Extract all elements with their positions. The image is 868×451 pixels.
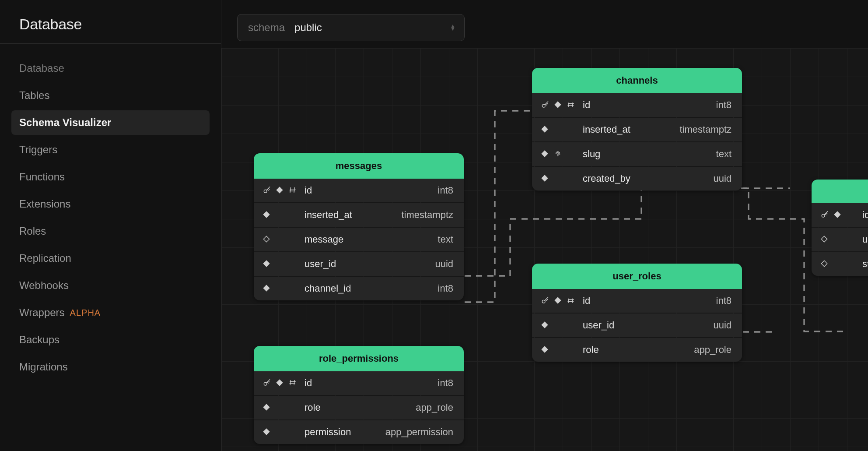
column-icons (262, 428, 304, 437)
sidebar-header: Database (0, 0, 221, 44)
sidebar-item-label: Webhooks (19, 279, 69, 292)
sidebar-item-schema-visualizer[interactable]: Schema Visualizer (11, 110, 210, 135)
svg-line-20 (568, 102, 569, 107)
svg-marker-24 (542, 126, 548, 132)
sidebar-item-replication[interactable]: Replication (11, 246, 210, 271)
schema-selector-value: public (294, 21, 322, 34)
sidebar-item-database[interactable]: Database (11, 56, 210, 81)
svg-marker-17 (263, 429, 270, 435)
column-row[interactable]: idint8 (532, 93, 742, 117)
hash-icon (289, 186, 298, 195)
key-icon (541, 296, 550, 305)
column-row[interactable]: inserted_attimestamptz (254, 203, 464, 227)
svg-marker-36 (834, 211, 840, 218)
column-row[interactable]: roleapp_role (532, 338, 742, 362)
column-name: id (583, 99, 716, 111)
column-type: timestamptz (679, 124, 732, 135)
table-header[interactable]: user_roles (532, 264, 742, 289)
chevron-up-down-icon: ▲▼ (450, 25, 455, 31)
table-node-role-permissions[interactable]: role_permissions idint8roleapp_rolepermi… (254, 346, 464, 444)
column-row[interactable]: id (812, 203, 868, 227)
diamond-icon (541, 150, 550, 159)
table-header[interactable]: messages (254, 153, 464, 179)
diamond-icon (541, 125, 550, 134)
svg-marker-33 (542, 322, 548, 328)
diamond-icon (276, 186, 284, 195)
sidebar-item-roles[interactable]: Roles (11, 219, 210, 243)
column-row[interactable]: inserted_attimestamptz (532, 118, 742, 141)
sidebar-item-extensions[interactable]: Extensions (11, 192, 210, 216)
column-row[interactable]: roleapp_role (254, 396, 464, 419)
column-type: int8 (716, 99, 732, 111)
column-icons (262, 284, 304, 293)
diamond-icon (262, 260, 271, 268)
column-row[interactable]: idint8 (254, 371, 464, 395)
diamond-icon (820, 260, 829, 268)
svg-marker-34 (542, 346, 548, 352)
svg-line-12 (290, 380, 291, 385)
sidebar-item-functions[interactable]: Functions (11, 165, 210, 189)
schema-selector[interactable]: schema public ▲▼ (237, 14, 465, 41)
column-name: permission (304, 426, 385, 438)
column-icons (262, 211, 304, 219)
sidebar-item-label: Roles (19, 225, 46, 237)
column-icons (541, 345, 583, 354)
svg-marker-28 (555, 297, 561, 303)
sidebar-item-label: Extensions (19, 198, 70, 210)
sidebar-item-label: Wrappers (19, 307, 65, 319)
diamond-icon (262, 211, 271, 219)
diamond-icon (262, 428, 271, 437)
column-icons (820, 235, 862, 244)
column-type: app_role (694, 344, 732, 356)
table-header[interactable]: channels (532, 68, 742, 93)
svg-line-30 (572, 298, 573, 303)
column-name: created_by (583, 173, 713, 184)
diamond-icon (262, 284, 271, 293)
column-name: inserted_at (583, 124, 679, 135)
key-icon (820, 211, 829, 219)
canvas[interactable]: schema public ▲▼ messages idint8inserted… (221, 0, 868, 451)
topbar: schema public ▲▼ (237, 14, 465, 41)
column-row[interactable]: permissionapp_permission (254, 420, 464, 444)
table-node-users-partial[interactable]: idusesta (812, 180, 868, 276)
sidebar-item-triggers[interactable]: Triggers (11, 137, 210, 162)
sidebar-item-webhooks[interactable]: Webhooks (11, 273, 210, 298)
column-row[interactable]: user_iduuid (532, 314, 742, 337)
alpha-badge: ALPHA (70, 308, 101, 318)
sidebar-item-backups[interactable]: Backups (11, 328, 210, 352)
table-node-channels[interactable]: channels idint8inserted_attimestamptzslu… (532, 68, 742, 190)
table-node-user-roles[interactable]: user_roles idint8user_iduuidroleapp_role (532, 264, 742, 362)
svg-marker-26 (542, 175, 548, 181)
sidebar-item-label: Triggers (19, 144, 57, 156)
column-row[interactable]: channel_idint8 (254, 277, 464, 300)
column-icons (541, 321, 583, 330)
column-name: sta (862, 258, 868, 270)
column-row[interactable]: idint8 (532, 289, 742, 313)
column-row[interactable]: user_iduuid (254, 252, 464, 276)
svg-marker-16 (263, 404, 270, 410)
column-row[interactable]: created_byuuid (532, 167, 742, 190)
svg-line-29 (568, 298, 569, 303)
column-name: user_id (583, 320, 713, 331)
column-icons (541, 125, 583, 134)
table-node-messages[interactable]: messages idint8inserted_attimestamptzmes… (254, 153, 464, 300)
sidebar-item-label: Replication (19, 252, 71, 264)
column-row[interactable]: slugtext (532, 142, 742, 166)
svg-marker-37 (821, 236, 827, 242)
column-row[interactable]: use (812, 228, 868, 251)
table-header[interactable]: role_permissions (254, 346, 464, 371)
svg-line-2 (290, 187, 291, 193)
sidebar-item-tables[interactable]: Tables (11, 83, 210, 108)
column-row[interactable]: idint8 (254, 179, 464, 202)
sidebar-item-wrappers[interactable]: WrappersALPHA (11, 300, 210, 325)
column-row[interactable]: messagetext (254, 228, 464, 251)
column-row[interactable]: sta (812, 252, 868, 276)
column-name: role (583, 344, 694, 356)
column-name: role (304, 402, 416, 413)
sidebar-item-migrations[interactable]: Migrations (11, 355, 210, 379)
svg-marker-25 (542, 151, 548, 157)
svg-line-21 (572, 102, 573, 107)
sidebar-nav: DatabaseTablesSchema VisualizerTriggersF… (0, 44, 221, 394)
table-header[interactable] (812, 180, 868, 203)
column-type: uuid (435, 258, 453, 270)
